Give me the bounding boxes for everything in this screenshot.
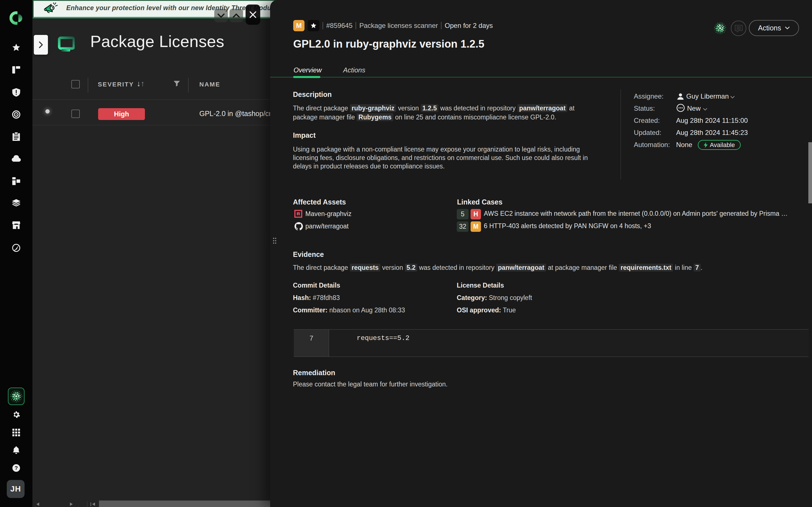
svg-text:?: ? bbox=[15, 465, 18, 471]
